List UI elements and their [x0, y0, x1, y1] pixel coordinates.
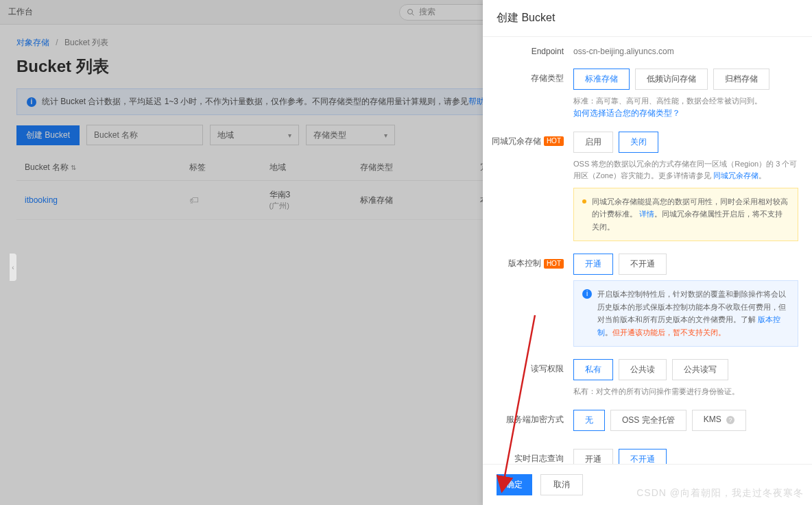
bullet-icon: [582, 199, 586, 204]
sidebar-collapse-handle[interactable]: ‹: [10, 254, 16, 281]
label-log: 实时日志查询: [491, 449, 573, 464]
endpoint-value: oss-cn-beijing.aliyuncs.com: [573, 42, 798, 56]
log-enable[interactable]: 开通: [573, 449, 613, 464]
label-acl: 读写权限: [491, 359, 573, 398]
acl-public-read-write[interactable]: 公共读写: [672, 359, 728, 380]
encryption-oss[interactable]: OSS 完全托管: [610, 410, 686, 431]
redundancy-enable[interactable]: 启用: [573, 132, 613, 153]
create-bucket-drawer: 创建 Bucket Endpoint oss-cn-beijing.aliyun…: [483, 0, 812, 505]
drawer-body: Endpoint oss-cn-beijing.aliyuncs.com 存储类…: [483, 37, 812, 464]
version-disable[interactable]: 不开通: [619, 254, 667, 275]
encryption-kms[interactable]: KMS ?: [692, 410, 746, 431]
storage-ia[interactable]: 低频访问存储: [635, 69, 708, 90]
log-disable[interactable]: 不开通: [619, 449, 667, 464]
redundancy-callout: 同城冗余存储能提高您的数据可用性，同时会采用相对较高的计费标准。 详情。同城冗余…: [573, 188, 798, 241]
drawer-title: 创建 Bucket: [483, 0, 812, 37]
storage-help-link[interactable]: 如何选择适合您的存储类型？: [573, 108, 680, 118]
hot-badge: HOT: [544, 136, 564, 146]
label-storage-type: 存储类型: [491, 69, 573, 119]
version-callout: i 开启版本控制特性后，针对数据的覆盖和删除操作将会以历史版本的形式保版本控制功…: [573, 280, 798, 347]
storage-archive[interactable]: 归档存储: [713, 69, 769, 90]
help-icon[interactable]: ?: [726, 416, 735, 424]
label-version: 版本控制HOT: [491, 254, 573, 347]
redundancy-disable[interactable]: 关闭: [619, 132, 658, 153]
drawer-footer: 确定 取消: [483, 464, 812, 505]
encryption-none[interactable]: 无: [573, 410, 605, 431]
cancel-button[interactable]: 取消: [540, 474, 583, 495]
version-warn: 但开通该功能后，暂不支持关闭。: [612, 328, 726, 336]
acl-public-read[interactable]: 公共读: [619, 359, 667, 380]
info-icon: i: [582, 289, 592, 299]
acl-private[interactable]: 私有: [573, 359, 613, 380]
version-enable[interactable]: 开通: [573, 254, 613, 275]
hot-badge: HOT: [544, 259, 564, 269]
label-redundancy: 同城冗余存储HOT: [491, 132, 573, 241]
confirm-button[interactable]: 确定: [497, 474, 532, 495]
acl-help: 私有：对文件的所有访问操作需要进行身份验证。: [573, 386, 798, 398]
redundancy-help: OSS 将您的数据以冗余的方式存储在同一区域（Region）的 3 个可用区（Z…: [573, 158, 798, 182]
redundancy-detail-link[interactable]: 详情: [639, 210, 654, 218]
label-endpoint: Endpoint: [491, 42, 573, 56]
storage-standard[interactable]: 标准存储: [573, 69, 630, 90]
redundancy-help-link[interactable]: 同城冗余存储: [713, 171, 759, 180]
storage-help: 标准：高可靠、高可用、高性能，数据会经常被访问到。: [573, 95, 798, 108]
label-encryption: 服务端加密方式: [491, 410, 573, 436]
